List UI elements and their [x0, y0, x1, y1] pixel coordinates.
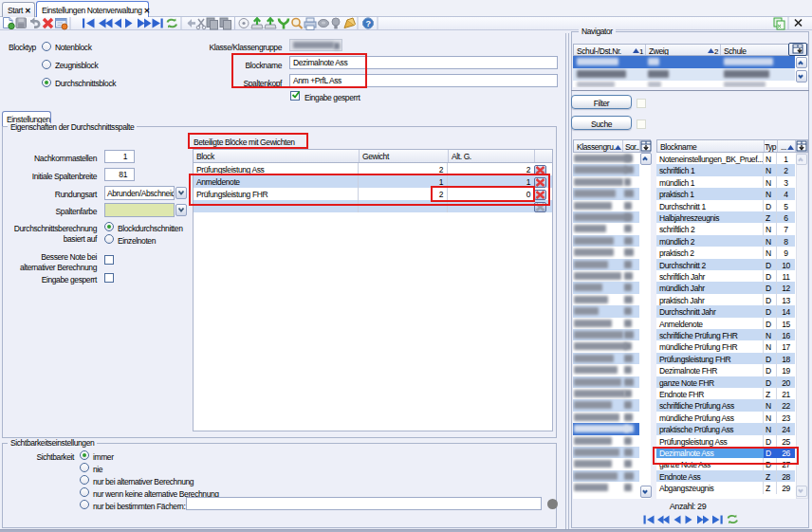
svg-text:?: ? — [365, 19, 370, 28]
